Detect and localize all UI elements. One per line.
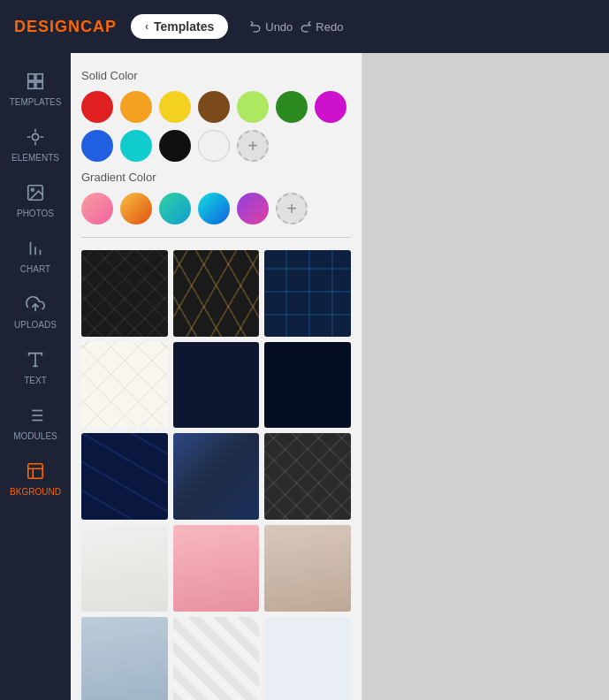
modules-icon [23, 403, 48, 428]
back-arrow-icon: ‹ [145, 20, 148, 33]
svg-rect-1 [36, 74, 42, 80]
sidebar-item-text[interactable]: TEXT [0, 339, 71, 394]
solid-color-blue[interactable] [81, 130, 113, 162]
sidebar-chart-label: CHART [20, 264, 50, 274]
bg-thumb-3[interactable] [264, 250, 351, 337]
add-gradient-color-button[interactable]: + [276, 193, 308, 224]
templates-icon [23, 69, 48, 94]
main-area: TEMPLATES ELEMENTS PHOTOS CHART UPLOADS [0, 53, 609, 700]
undo-button[interactable]: Undo [249, 20, 293, 34]
bg-thumb-9[interactable] [264, 433, 351, 520]
sidebar-item-elements[interactable]: ELEMENTS [0, 116, 71, 171]
templates-button-label: Templates [154, 19, 214, 34]
solid-color-brown[interactable] [198, 91, 230, 123]
solid-color-yellow[interactable] [159, 91, 191, 123]
solid-color-white[interactable] [198, 130, 230, 162]
solid-color-black[interactable] [159, 130, 191, 162]
undo-label: Undo [265, 20, 293, 34]
bg-thumb-1[interactable] [81, 250, 168, 337]
sidebar-templates-label: TEMPLATES [10, 97, 62, 107]
photos-icon [23, 180, 48, 205]
sidebar-uploads-label: UPLOADS [14, 320, 57, 330]
bg-thumb-14[interactable] [173, 617, 260, 700]
redo-label: Redo [316, 20, 343, 34]
sidebar-item-bkground[interactable]: BKGROUND [0, 450, 71, 506]
elements-icon [23, 125, 48, 149]
sidebar-item-modules[interactable]: MODULES [0, 394, 71, 450]
section-divider [81, 237, 351, 238]
chart-icon [23, 236, 48, 261]
solid-color-orange[interactable] [120, 91, 152, 123]
svg-rect-19 [28, 464, 43, 479]
solid-color-light-green[interactable] [237, 91, 269, 123]
text-icon [23, 347, 48, 372]
gradient-purple-pink[interactable] [237, 193, 269, 224]
sidebar-bkground-label: BKGROUND [10, 487, 61, 497]
uploads-icon [23, 292, 48, 316]
bg-thumb-10[interactable] [81, 525, 168, 612]
bg-thumb-6[interactable] [264, 342, 351, 429]
sidebar-text-label: TEXT [24, 376, 47, 385]
logo: DESIGNCAP [14, 18, 117, 36]
svg-rect-2 [28, 82, 34, 88]
sidebar-item-chart[interactable]: CHART [0, 227, 71, 283]
logo-cap: CAP [80, 18, 117, 35]
sidebar-item-templates[interactable]: TEMPLATES [0, 60, 71, 116]
solid-color-magenta[interactable] [315, 91, 346, 123]
gradient-orange[interactable] [120, 193, 152, 224]
sidebar-elements-label: ELEMENTS [11, 153, 59, 163]
gradient-pink[interactable] [81, 193, 113, 224]
bg-thumb-13[interactable] [81, 617, 168, 700]
logo-design: DESIGN [14, 18, 80, 35]
bg-thumb-5[interactable] [173, 342, 260, 429]
templates-button[interactable]: ‹ Templates [131, 14, 228, 39]
svg-point-4 [32, 133, 38, 140]
bg-thumb-2[interactable] [173, 250, 260, 337]
bg-thumb-11[interactable] [173, 525, 260, 612]
redo-icon [300, 20, 312, 33]
sidebar: TEMPLATES ELEMENTS PHOTOS CHART UPLOADS [0, 53, 71, 700]
undo-icon [249, 20, 262, 33]
sidebar-modules-label: MODULES [13, 431, 57, 441]
header: DESIGNCAP ‹ Templates Undo Redo [0, 0, 609, 53]
svg-point-6 [31, 188, 34, 191]
gradient-color-row: + [81, 193, 351, 224]
sidebar-photos-label: PHOTOS [17, 209, 54, 218]
redo-button[interactable]: Redo [300, 20, 343, 34]
background-thumbnail-grid [81, 250, 351, 700]
sidebar-item-uploads[interactable]: UPLOADS [0, 283, 71, 339]
svg-rect-3 [36, 82, 42, 88]
gradient-teal[interactable] [159, 193, 191, 224]
bg-thumb-15[interactable] [264, 617, 351, 700]
canvas-area [362, 53, 609, 700]
gradient-color-label: Gradient Color [81, 171, 351, 184]
sidebar-item-photos[interactable]: PHOTOS [0, 171, 71, 227]
add-solid-color-button[interactable]: + [237, 130, 269, 162]
solid-color-cyan[interactable] [120, 130, 152, 162]
background-panel: Solid Color + Gradient Color + [71, 53, 362, 700]
solid-color-red[interactable] [81, 91, 113, 123]
bg-thumb-8[interactable] [173, 433, 260, 520]
svg-rect-0 [28, 74, 34, 80]
undo-redo-group: Undo Redo [249, 20, 343, 34]
bkground-icon [23, 459, 48, 483]
solid-color-green[interactable] [276, 91, 308, 123]
bg-thumb-12[interactable] [264, 525, 351, 612]
solid-color-row: + [81, 91, 351, 162]
gradient-cyan-blue[interactable] [198, 193, 230, 224]
solid-color-label: Solid Color [81, 69, 351, 82]
bg-thumb-4[interactable] [81, 342, 168, 429]
bg-thumb-7[interactable] [81, 433, 168, 520]
